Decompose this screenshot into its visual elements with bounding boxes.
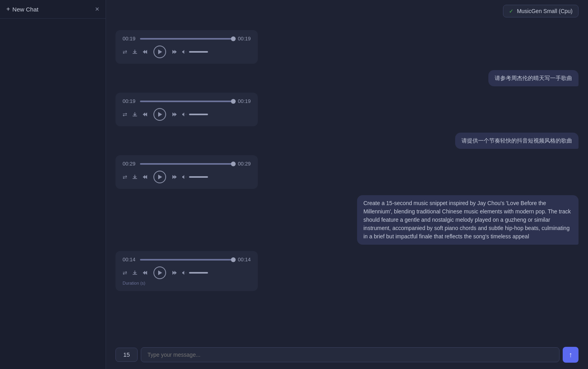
progress-bar-1[interactable] [140,38,233,40]
message-row: 00:19 00:19 ⇄ [115,27,579,67]
download-icon-4[interactable] [132,270,138,276]
user-message-3: Create a 15-second music snippet inspire… [357,195,579,245]
time-start-1: 00:19 [123,36,137,42]
duration-input-wrap[interactable]: 15 [115,348,138,362]
forward-icon-1[interactable] [171,49,177,55]
audio-controls-1: ⇄ [123,46,251,58]
shuffle-icon-2[interactable]: ⇄ [123,111,127,118]
audio-player-3: 00:29 00:29 ⇄ [115,155,258,189]
forward-icon-4[interactable] [171,270,177,276]
download-icon-3[interactable] [132,174,138,180]
chat-area: 00:19 00:19 ⇄ [106,22,588,369]
topbar: ✓ MusicGen Small (Cpu) [106,0,588,22]
time-start-3: 00:29 [123,161,137,167]
audio-player-1: 00:19 00:19 ⇄ [115,30,258,64]
message-row: 请提供一个节奏轻快的抖音短视频风格的歌曲 [115,133,579,149]
audio-player-2: 00:19 00:19 ⇄ [115,93,258,126]
message-row: 请参考周杰伦的晴天写一手歌曲 [115,70,579,86]
main-panel: ✓ MusicGen Small (Cpu) 00:19 00:19 ⇄ [106,0,588,369]
audio-controls-2: ⇄ [123,108,251,121]
play-button-4[interactable] [153,266,166,279]
volume-control-1[interactable] [182,49,208,54]
shuffle-icon-4[interactable]: ⇄ [123,270,127,276]
model-name-label: MusicGen Small (Cpu) [517,8,573,14]
rewind-icon-3[interactable] [142,174,149,180]
input-area: 15 ↑ [106,343,588,369]
progress-bar-4[interactable] [140,259,233,261]
duration-label: Duration (s) [123,281,251,285]
audio-player-4: 00:14 00:14 ⇄ [115,251,258,291]
play-button-1[interactable] [153,46,166,58]
volume-control-2[interactable] [182,112,208,117]
rewind-icon-2[interactable] [142,112,149,117]
message-row: Create a 15-second music snippet inspire… [115,195,579,245]
rewind-icon-1[interactable] [142,49,149,55]
play-button-2[interactable] [153,108,166,121]
model-selector[interactable]: ✓ MusicGen Small (Cpu) [503,5,579,17]
forward-icon-2[interactable] [171,112,177,117]
download-icon-2[interactable] [132,112,138,117]
time-end-3: 00:29 [236,161,251,167]
user-message-2: 请提供一个节奏轻快的抖音短视频风格的歌曲 [455,133,579,149]
close-sidebar-button[interactable]: × [95,6,99,13]
audio-controls-3: ⇄ [123,171,251,183]
time-start-4: 00:14 [123,257,137,262]
progress-bar-2[interactable] [140,101,233,102]
shuffle-icon-1[interactable]: ⇄ [123,49,127,55]
message-row: 00:14 00:14 ⇄ [115,248,579,294]
check-icon: ✓ [509,8,514,14]
forward-icon-3[interactable] [171,174,177,180]
send-button[interactable]: ↑ [563,347,579,363]
sidebar-header: + New Chat × [0,0,106,19]
time-end-1: 00:19 [236,36,251,42]
send-icon: ↑ [569,351,573,359]
volume-control-4[interactable] [182,270,208,275]
message-row: 00:29 00:29 ⇄ [115,152,579,192]
shuffle-icon-3[interactable]: ⇄ [123,174,127,180]
download-icon-1[interactable] [132,49,138,55]
new-chat-button[interactable]: + New Chat [6,6,38,13]
time-end-4: 00:14 [236,257,251,262]
new-chat-label: New Chat [12,6,38,13]
duration-value[interactable]: 15 [123,351,130,358]
plus-icon: + [6,6,10,13]
volume-control-3[interactable] [182,175,208,179]
sidebar: + New Chat × [0,0,106,369]
rewind-icon-4[interactable] [142,270,149,276]
progress-bar-3[interactable] [140,163,233,165]
user-message-1: 请参考周杰伦的晴天写一手歌曲 [488,70,579,86]
message-input[interactable] [141,347,560,362]
audio-controls-4: ⇄ [123,266,251,279]
message-row: 00:19 00:19 ⇄ [115,89,579,129]
time-end-2: 00:19 [236,98,251,104]
time-start-2: 00:19 [123,98,137,104]
play-button-3[interactable] [153,171,166,183]
